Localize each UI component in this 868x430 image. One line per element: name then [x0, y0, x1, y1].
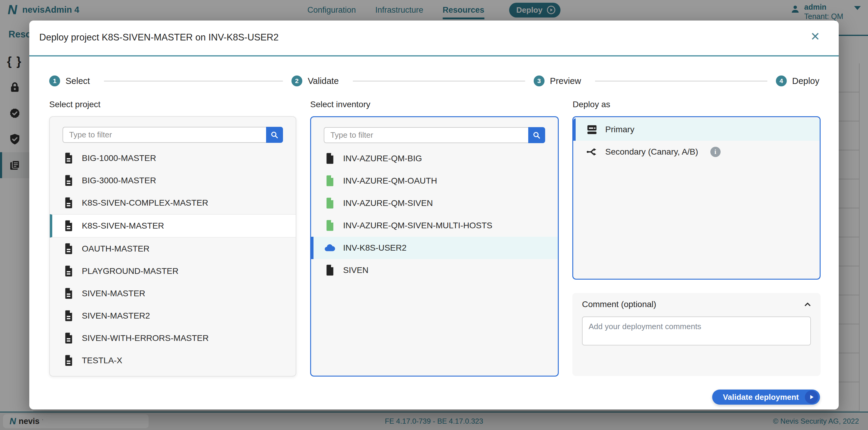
inventory-list-item[interactable]: INV-AZURE-QM-SIVEN [311, 192, 558, 214]
step-label: Validate [308, 76, 339, 86]
step-number: 3 [534, 75, 545, 86]
deploy-as-option[interactable]: Primary i [573, 118, 820, 141]
select-project-label: Select project [49, 100, 100, 109]
wizard-stepper: 1 Select 2 Validate 3 Preview 4 [49, 70, 819, 92]
stepper-step[interactable]: 3 Preview [534, 75, 776, 86]
file-lines-icon [63, 265, 74, 277]
close-icon[interactable]: ✕ [810, 31, 820, 42]
project-panel: BIG-1000-MASTER BIG-3000-MASTER K8 [49, 116, 296, 376]
comment-label: Comment (optional) [582, 300, 656, 309]
file-lines-icon [63, 220, 74, 232]
project-list-item[interactable]: SIVEN-MASTER2 [50, 305, 296, 327]
file-lines-icon [63, 152, 74, 164]
inventory-name: INV-AZURE-QM-SIVEN [343, 198, 433, 208]
project-list-item[interactable]: BIG-3000-MASTER [50, 170, 296, 192]
file-green-icon [324, 219, 336, 232]
project-name: BIG-3000-MASTER [82, 176, 156, 185]
validate-deployment-button[interactable]: Validate deployment [712, 390, 820, 405]
comment-textarea[interactable] [582, 316, 811, 345]
inventory-panel: INV-AZURE-QM-BIG INV-AZURE-QM-OAUTH INV-… [310, 116, 559, 376]
project-list-item[interactable]: SIVEN-WITH-ERRORS-MASTER [50, 327, 296, 349]
file-lines-icon [63, 355, 74, 367]
step-number: 4 [776, 75, 787, 86]
inventory-list: INV-AZURE-QM-BIG INV-AZURE-QM-OAUTH INV-… [311, 147, 558, 281]
modal-title: Deploy project K8S-SIVEN-MASTER on INV-K… [39, 32, 279, 43]
select-inventory-label: Select inventory [310, 100, 370, 109]
project-list-item[interactable]: PLAYGROUND-MASTER [50, 260, 296, 282]
file-icon [324, 264, 336, 276]
inventory-list-item[interactable]: INV-AZURE-QM-OAUTH [311, 170, 558, 192]
project-search-button[interactable] [266, 127, 283, 143]
project-list-item[interactable]: BIG-1000-MASTER [50, 147, 296, 170]
file-lines-icon [63, 332, 74, 344]
project-name: PLAYGROUND-MASTER [82, 266, 179, 276]
inventory-search-button[interactable] [528, 127, 545, 143]
inventory-name: INV-AZURE-QM-SIVEN-MULTI-HOSTS [343, 221, 492, 231]
project-name: TESTLA-X [82, 356, 122, 365]
project-name: K8S-SIVEN-MASTER [82, 221, 164, 231]
file-green-icon [324, 197, 336, 209]
inventory-list-item[interactable]: INV-K8S-USER2 [311, 237, 558, 259]
step-label: Select [65, 76, 90, 86]
step-number: 1 [49, 75, 60, 86]
project-list-item[interactable]: OAUTH-MASTER [50, 238, 296, 260]
screen: N nevisAdmin 4 ConfigurationInfrastructu… [0, 0, 868, 430]
cloud-icon [324, 242, 336, 254]
project-name: K8S-SIVEN-COMPLEX-MASTER [82, 198, 208, 208]
stepper-step[interactable]: 1 Select [49, 75, 291, 86]
project-filter-input[interactable] [63, 127, 266, 143]
comment-panel: Comment (optional) [572, 293, 820, 376]
step-number: 2 [291, 75, 302, 86]
modal-header: Deploy project K8S-SIVEN-MASTER on INV-K… [29, 21, 839, 57]
search-icon [532, 131, 541, 140]
file-lines-icon [63, 310, 74, 322]
project-name: OAUTH-MASTER [82, 244, 150, 254]
project-list-item[interactable]: TESTLA-X [50, 349, 296, 372]
project-name: BIG-1000-MASTER [82, 153, 156, 163]
validate-deployment-label: Validate deployment [723, 393, 799, 402]
step-label: Deploy [792, 76, 819, 86]
inventory-list-item[interactable]: SIVEN [311, 259, 558, 281]
inventory-list-item[interactable]: INV-AZURE-QM-BIG [311, 147, 558, 170]
project-name: SIVEN-WITH-ERRORS-MASTER [82, 333, 209, 343]
deploy-wizard-modal: Deploy project K8S-SIVEN-MASTER on INV-K… [29, 21, 839, 409]
deploy-as-option-label: Primary [605, 125, 634, 134]
deploy-as-option-label: Secondary (Canary, A/B) [605, 147, 698, 157]
stepper-step[interactable]: 4 Deploy [776, 75, 819, 86]
deploy-as-list: Primary i Secondary (Canary, A/B) i [573, 118, 820, 163]
inventory-name: INV-K8S-USER2 [343, 243, 406, 253]
server-inbox-icon [586, 123, 598, 135]
project-name: SIVEN-MASTER2 [82, 311, 150, 321]
project-list-item[interactable]: SIVEN-MASTER [50, 282, 296, 305]
file-icon [324, 153, 336, 164]
file-lines-icon [63, 287, 74, 300]
step-label: Preview [550, 76, 581, 86]
info-icon[interactable]: i [710, 147, 721, 157]
project-filter [63, 127, 283, 143]
project-list: BIG-1000-MASTER BIG-3000-MASTER K8 [50, 147, 296, 372]
inventory-name: INV-AZURE-QM-BIG [343, 154, 422, 163]
inventory-name: INV-AZURE-QM-OAUTH [343, 176, 437, 186]
inventory-name: SIVEN [343, 266, 369, 275]
deploy-as-label: Deploy as [572, 100, 610, 109]
project-list-item[interactable]: K8S-SIVEN-COMPLEX-MASTER [50, 192, 296, 214]
file-lines-icon [63, 175, 74, 187]
project-list-item[interactable]: K8S-SIVEN-MASTER [50, 214, 296, 238]
search-icon [270, 131, 279, 139]
project-name: SIVEN-MASTER [82, 289, 145, 298]
deploy-as-panel: Primary i Secondary (Canary, A/B) i [572, 116, 820, 280]
inventory-filter-input[interactable] [324, 127, 528, 143]
file-lines-icon [63, 243, 74, 255]
inventory-filter [324, 127, 545, 143]
file-green-icon [324, 175, 336, 187]
chevron-up-icon[interactable] [803, 300, 812, 309]
deploy-as-option[interactable]: Secondary (Canary, A/B) i [573, 141, 820, 163]
stepper-step[interactable]: 2 Validate [291, 75, 534, 86]
file-lines-icon [63, 197, 74, 209]
split-arrows-icon [586, 146, 598, 158]
inventory-list-item[interactable]: INV-AZURE-QM-SIVEN-MULTI-HOSTS [311, 214, 558, 237]
play-icon [805, 391, 818, 404]
